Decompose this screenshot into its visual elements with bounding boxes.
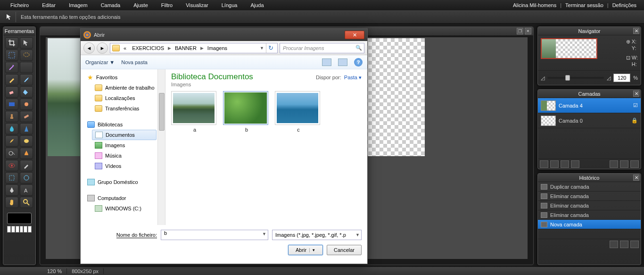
menu-filtro[interactable]: Filtro [155, 2, 179, 8]
layer-up-button[interactable] [571, 160, 579, 168]
arrange-by[interactable]: Dispor por: Pasta ▾ [316, 75, 362, 81]
color-swatch-row[interactable] [7, 226, 32, 233]
sidebar-favorites[interactable]: ★Favoritos [81, 72, 165, 83]
file-thumb-c[interactable]: c [275, 91, 322, 133]
sidebar-locations[interactable]: Localizações [81, 93, 165, 103]
zoom-out-icon[interactable]: ◿ [541, 75, 545, 81]
stamp-tool[interactable] [5, 111, 18, 122]
layer-merge-button[interactable] [610, 160, 618, 168]
color-swatch-main[interactable] [7, 213, 32, 224]
sidebar-computer[interactable]: Computador [81, 193, 165, 203]
signout-link[interactable]: Terminar sessão [561, 2, 607, 8]
navigator-thumbnail[interactable] [541, 38, 597, 59]
history-undo-button[interactable] [610, 241, 618, 248]
empty-tool-1[interactable] [20, 62, 33, 73]
file-thumb-b[interactable]: b [223, 91, 270, 133]
layer-row[interactable]: Camada 0 🔒 [538, 113, 641, 128]
layer-row[interactable]: Camada 4 ☑ [538, 98, 641, 113]
brush-tool[interactable] [20, 74, 33, 85]
pen-tool[interactable] [5, 184, 18, 196]
help-button[interactable]: ? [354, 58, 363, 67]
dialog-titlebar[interactable]: Abrir ✕ [81, 29, 367, 41]
sidebar-desktop[interactable]: Ambiente de trabalho [81, 83, 165, 93]
new-folder-button[interactable]: Nova pasta [121, 59, 148, 65]
settings-link[interactable]: Definições [609, 2, 640, 8]
layer-delete-button[interactable] [630, 160, 639, 168]
sidebar-images[interactable]: Imagens [81, 140, 165, 150]
zoom-slider[interactable] [547, 77, 604, 79]
sponge-tool[interactable] [20, 135, 33, 147]
history-item[interactable]: Nova camada [538, 220, 641, 229]
bucket-tool[interactable] [20, 86, 33, 98]
canvas-maximize-button[interactable]: ❐ [517, 28, 523, 34]
user-name[interactable]: Alicina Mil-homens [509, 2, 560, 8]
layer-visible-checkbox[interactable]: ☑ [633, 102, 638, 108]
cancel-button[interactable]: Cancelar [327, 245, 362, 255]
menu-camada[interactable]: Camada [94, 2, 127, 8]
layer-lock-icon[interactable]: 🔒 [631, 117, 638, 124]
eraser-tool[interactable] [5, 86, 18, 98]
menu-editar[interactable]: Editar [35, 2, 62, 8]
history-item[interactable]: Duplicar camada [538, 182, 641, 192]
breadcrumb[interactable]: Imagens [206, 45, 229, 51]
canvas-close-button[interactable]: ✕ [525, 28, 531, 34]
preview-pane-button[interactable] [338, 58, 347, 66]
sidebar-libraries[interactable]: Bibliotecas [81, 119, 165, 130]
gradient-tool[interactable] [5, 99, 18, 110]
zoom-tool[interactable] [20, 197, 33, 208]
history-close-button[interactable]: ✕ [633, 175, 639, 181]
sidebar-downloads[interactable]: Transferências [81, 103, 165, 114]
history-delete-button[interactable] [630, 241, 639, 248]
menu-lingua[interactable]: Língua [215, 2, 244, 8]
blur-tool[interactable] [5, 123, 18, 134]
nav-forward-button[interactable]: ► [97, 42, 108, 54]
eyedropper-tool[interactable] [20, 160, 33, 171]
move-tool[interactable] [20, 37, 33, 49]
marquee-tool[interactable] [5, 50, 18, 61]
layer-mask-button[interactable] [550, 160, 559, 168]
search-input[interactable]: Procurar Imagens 🔍 [280, 43, 364, 53]
dodge-tool[interactable] [5, 148, 18, 159]
breadcrumb[interactable]: BANNER [173, 45, 198, 51]
burn-tool[interactable] [20, 148, 33, 159]
hand-tool[interactable] [5, 197, 18, 208]
pencil-tool[interactable] [5, 74, 18, 85]
smudge-tool[interactable] [5, 135, 18, 147]
sidebar-homegroup[interactable]: Grupo Doméstico [81, 177, 165, 187]
crop-tool[interactable] [5, 37, 18, 49]
layers-close-button[interactable]: ✕ [633, 91, 639, 97]
menu-ajuda[interactable]: Ajuda [244, 2, 270, 8]
sidebar-videos[interactable]: Vídeos [81, 161, 165, 171]
history-redo-button[interactable] [620, 241, 628, 248]
file-thumb-a[interactable]: a [171, 91, 218, 133]
menu-visualizar[interactable]: Visualizar [179, 2, 215, 8]
wand-tool[interactable] [5, 62, 18, 73]
sidebar-documents[interactable]: Documentos [92, 130, 157, 140]
filetype-select[interactable]: Imagens (*.jpg, *.jpeg, *.gif, *.p▼ [272, 230, 362, 240]
breadcrumb[interactable]: EXERCICIOS [130, 45, 166, 51]
organize-button[interactable]: Organizar ▼ [85, 59, 115, 65]
menu-imagem[interactable]: Imagem [62, 2, 94, 8]
layer-flatten-button[interactable] [620, 160, 628, 168]
history-item[interactable]: Eliminar camada [538, 201, 641, 210]
heal-tool[interactable] [20, 111, 33, 122]
clone-tool[interactable] [20, 99, 33, 110]
address-bar[interactable]: « EXERCICIOS▶ BANNER▶ Imagens ▼ ↻ [110, 43, 278, 53]
dialog-close-button[interactable]: ✕ [345, 31, 364, 39]
filename-input[interactable]: b▼ [161, 230, 268, 240]
sidebar-music[interactable]: Música [81, 150, 165, 161]
zoom-in-icon[interactable]: ◿ [607, 75, 611, 81]
type-tool[interactable]: A [20, 184, 33, 196]
menu-ficheiro[interactable]: Ficheiro [4, 2, 35, 8]
history-item[interactable]: Eliminar camada [538, 192, 641, 201]
layer-new-button[interactable] [540, 160, 548, 168]
view-mode-button[interactable] [322, 58, 331, 66]
lasso-tool[interactable] [20, 50, 33, 61]
shape-tool[interactable] [5, 172, 18, 183]
menu-ajuste[interactable]: Ajuste [127, 2, 155, 8]
open-button[interactable]: Abrir▼ [288, 245, 323, 255]
history-item[interactable]: Eliminar camada [538, 210, 641, 220]
refresh-button[interactable]: ↻ [266, 43, 275, 53]
sidebar-drive-c[interactable]: WINDOWS (C:) [81, 203, 165, 214]
liquify-tool[interactable] [20, 172, 33, 183]
